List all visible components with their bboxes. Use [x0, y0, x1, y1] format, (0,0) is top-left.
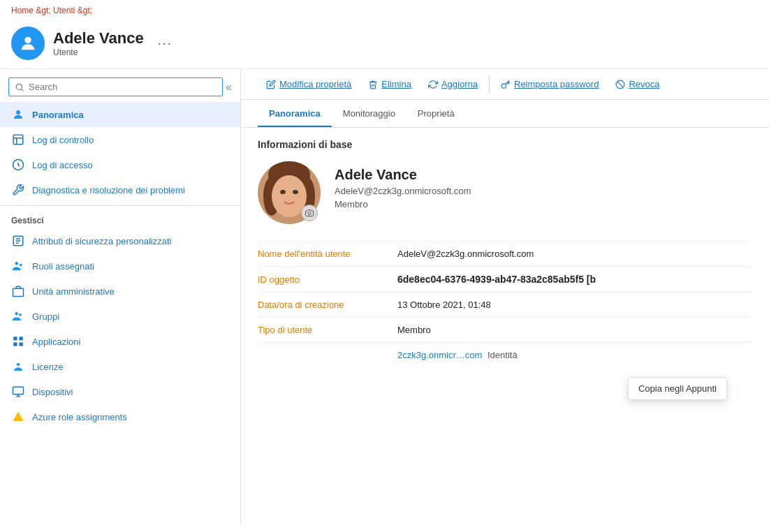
roles-icon: [11, 259, 25, 273]
svg-point-0: [24, 37, 31, 43]
field-row-identita: 2czk3g.onmicr…com Identità: [258, 342, 752, 367]
user-card-info: Adele Vance AdeleV@2czk3g.onmicrosoft.co…: [335, 161, 471, 209]
camera-button[interactable]: [301, 205, 318, 221]
sidebar-divider: [0, 205, 240, 206]
field-row-id: ID oggetto 6de8ec04-6376-4939-ab47-83a2c…: [258, 266, 752, 292]
audit-icon: [11, 133, 25, 147]
refresh-icon: [428, 80, 438, 89]
sidebar-item-ruoli[interactable]: Ruoli assegnati: [0, 253, 240, 279]
svg-point-13: [17, 363, 20, 367]
modifica-button[interactable]: Modifica proprietà: [258, 75, 360, 94]
sidebar-item-azure-roles[interactable]: Azure role assignments: [0, 404, 240, 429]
revoca-button[interactable]: Revoca: [607, 75, 668, 94]
field-label-upn: Nome dell'entità utente: [258, 249, 397, 259]
identita-link[interactable]: 2czk3g.onmicr…com: [397, 350, 482, 360]
sidebar-item-label: Gruppi: [32, 311, 59, 322]
field-label-id: ID oggetto: [258, 274, 397, 285]
svg-rect-2: [13, 135, 23, 145]
user-header-info: Adele Vance Utente: [53, 29, 144, 57]
user-card: Adele Vance AdeleV@2czk3g.onmicrosoft.co…: [258, 161, 752, 224]
reimposta-button[interactable]: Reimposta password: [492, 75, 607, 94]
main-layout: « Panoramica Log di controllo Log di acc…: [0, 69, 769, 524]
field-label-type: Tipo di utente: [258, 325, 397, 335]
copy-popup: Copia negli Appunti: [628, 377, 727, 400]
azure-icon: [11, 410, 25, 424]
copy-popup-text: Copia negli Appunti: [638, 383, 717, 394]
camera-icon: [305, 209, 314, 217]
section-title: Informazioni di base: [258, 139, 752, 150]
user-subtitle: Utente: [53, 47, 144, 57]
svg-point-4: [15, 262, 19, 265]
user-display-name: Adele Vance: [335, 167, 471, 183]
svg-point-16: [501, 83, 506, 87]
field-label-date: Data/ora di creazione: [258, 300, 397, 310]
toolbar: Modifica proprietà Elimina Aggiorna Reim…: [241, 69, 769, 100]
tab-panoramica[interactable]: Panoramica: [258, 100, 332, 127]
sidebar-item-applicazioni[interactable]: Applicazioni: [0, 329, 240, 354]
user-icon: [18, 34, 38, 53]
right-panel: Modifica proprietà Elimina Aggiorna Reim…: [241, 69, 769, 524]
sidebar-item-log-controllo[interactable]: Log di controllo: [0, 127, 240, 152]
field-value-date: 13 Ottobre 2021, 01:48: [397, 300, 491, 310]
aggiorna-button[interactable]: Aggiorna: [420, 75, 486, 94]
section-label: Gestisci: [0, 209, 240, 228]
sidebar-item-dispositivi[interactable]: Dispositivi: [0, 379, 240, 404]
revoke-icon: [615, 80, 625, 89]
collapse-button[interactable]: «: [226, 81, 232, 94]
content-area: Informazioni di base: [241, 128, 769, 524]
sidebar-item-attributi[interactable]: Attributi di sicurezza personalizzati: [0, 228, 240, 253]
sidebar-item-gruppi[interactable]: Gruppi: [0, 304, 240, 329]
svg-point-5: [20, 264, 22, 267]
sidebar-item-diagnostica[interactable]: Diagnostica e risoluzione dei problemi: [0, 177, 240, 202]
access-icon: [11, 158, 25, 172]
tab-monitoraggio[interactable]: Monitoraggio: [332, 100, 407, 127]
user-header: Adele Vance Utente ···: [0, 21, 769, 69]
svg-rect-14: [13, 387, 24, 394]
avatar: [11, 27, 45, 60]
sidebar-item-label: Log di controllo: [32, 135, 94, 145]
svg-rect-6: [13, 288, 24, 296]
sidebar-item-licenze[interactable]: Licenze: [0, 354, 240, 379]
more-button[interactable]: ···: [158, 36, 173, 51]
key-icon: [501, 80, 511, 89]
panoramica-icon: [11, 108, 25, 121]
sidebar-item-label: Licenze: [32, 362, 64, 372]
sidebar-item-label: Azure role assignments: [32, 412, 127, 422]
page-title: Adele Vance: [53, 29, 144, 47]
sidebar-item-panoramica[interactable]: Panoramica: [0, 102, 240, 127]
identita-sub-label: Identità: [488, 350, 518, 360]
tab-proprieta[interactable]: Proprietà: [407, 100, 466, 127]
sidebar-item-label: Log di accesso: [32, 160, 93, 170]
sidebar-item-label: Attributi di sicurezza personalizzati: [32, 236, 171, 246]
device-icon: [11, 385, 25, 399]
svg-marker-15: [13, 412, 24, 422]
field-value-id: 6de8ec04-6376-4939-ab47-83a2c85ab5f5 [b: [397, 274, 596, 285]
sidebar-item-label: Diagnostica e risoluzione dei problemi: [32, 185, 185, 195]
field-row-date: Data/ora di creazione 13 Ottobre 2021, 0…: [258, 292, 752, 317]
field-value-identita: 2czk3g.onmicr…com Identità: [397, 350, 518, 360]
elimina-button[interactable]: Elimina: [360, 75, 420, 94]
sidebar-item-label: Applicazioni: [32, 337, 80, 347]
sidebar-item-log-accesso[interactable]: Log di accesso: [0, 152, 240, 177]
delete-icon: [368, 80, 378, 89]
search-wrap: «: [0, 72, 240, 102]
avatar-wrap: [258, 161, 321, 224]
edit-icon: [266, 80, 276, 89]
field-row-type: Tipo di utente Membro: [258, 317, 752, 342]
tabs: Panoramica Monitoraggio Proprietà: [241, 100, 769, 128]
svg-rect-10: [20, 337, 23, 340]
svg-rect-9: [13, 337, 17, 340]
sidebar-item-unita[interactable]: Unità amministrative: [0, 279, 240, 304]
search-input[interactable]: [8, 77, 223, 96]
wrench-icon: [11, 183, 25, 197]
svg-rect-12: [20, 343, 23, 346]
svg-point-7: [15, 312, 19, 316]
user-type: Membro: [335, 199, 471, 209]
field-value-type: Membro: [397, 325, 431, 335]
sidebar-item-label: Ruoli assegnati: [32, 261, 94, 272]
user-email: AdeleV@2czk3g.onmicrosoft.com: [335, 186, 471, 196]
license-icon: [11, 360, 25, 374]
field-value-upn: AdeleV@2czk3g.onmicrosoft.com: [397, 249, 534, 259]
sidebar-item-label: Dispositivi: [32, 387, 73, 397]
admin-icon: [11, 284, 25, 298]
